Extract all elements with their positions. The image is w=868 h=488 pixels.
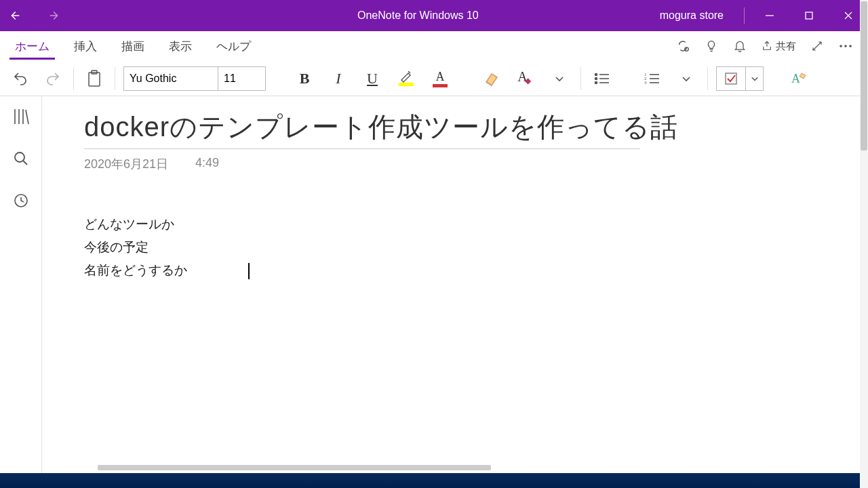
tab-home[interactable]: ホーム: [3, 31, 62, 61]
svg-text:A: A: [791, 72, 800, 85]
sync-icon: [675, 39, 690, 54]
svg-point-6: [844, 45, 847, 47]
tab-insert[interactable]: 挿入: [62, 31, 109, 61]
notebooks-button[interactable]: [10, 106, 32, 127]
svg-point-28: [15, 152, 24, 162]
font-size-input[interactable]: [218, 66, 266, 91]
share-icon: [761, 40, 773, 52]
clipboard-icon: [87, 70, 102, 87]
svg-rect-8: [89, 73, 100, 86]
recent-button[interactable]: [10, 190, 32, 211]
tab-help[interactable]: ヘルプ: [204, 31, 263, 61]
clipboard-button[interactable]: [82, 66, 106, 91]
redo-icon: [45, 70, 61, 87]
number-list-icon: 123: [644, 72, 660, 85]
search-button[interactable]: [10, 148, 32, 169]
font-color-button[interactable]: A: [427, 66, 453, 92]
forward-button[interactable]: [47, 8, 68, 23]
share-label: 共有: [776, 40, 796, 53]
text-cursor: [248, 263, 250, 279]
italic-button[interactable]: I: [326, 66, 351, 92]
chevron-down-icon: [555, 74, 564, 83]
svg-rect-1: [806, 12, 812, 19]
close-icon: [844, 12, 852, 20]
back-button[interactable]: [7, 8, 27, 23]
title-bar: OneNote for Windows 10 mogura store: [0, 0, 868, 31]
taskbar: [0, 473, 868, 488]
bullet-list-button[interactable]: [589, 66, 615, 92]
bold-button[interactable]: B: [292, 66, 317, 92]
svg-point-14: [595, 81, 597, 83]
svg-text:3: 3: [644, 80, 647, 85]
minimize-icon: [766, 12, 774, 20]
note-line[interactable]: 名前をどうするか: [84, 259, 826, 282]
undo-icon: [12, 70, 28, 87]
main-area: dockerのテンプレート作成ツールを作ってる話 2020年6月21日 4:49…: [0, 96, 868, 473]
todo-tag-button[interactable]: [716, 66, 746, 91]
eraser-icon: [484, 71, 500, 86]
format-painter-button[interactable]: A ◆: [513, 66, 538, 92]
note-date: 2020年6月21日: [84, 156, 168, 172]
bell-icon: [733, 39, 747, 53]
share-button[interactable]: 共有: [754, 31, 803, 61]
note-line[interactable]: 今後の予定: [84, 236, 826, 259]
arrow-right-icon: [47, 8, 62, 23]
scroll-thumb[interactable]: [861, 1, 867, 150]
svg-point-12: [595, 77, 597, 79]
svg-line-29: [23, 161, 27, 165]
chevron-down-icon: [682, 74, 691, 83]
svg-line-27: [26, 110, 28, 124]
note-line[interactable]: どんなツールか: [84, 213, 826, 236]
note-content[interactable]: dockerのテンプレート作成ツールを作ってる話 2020年6月21日 4:49…: [42, 96, 868, 473]
number-list-button[interactable]: 123: [639, 66, 665, 92]
more-button[interactable]: [831, 31, 860, 61]
notifications-button[interactable]: [726, 31, 754, 61]
checkbox-icon: [724, 72, 738, 85]
note-title[interactable]: dockerのテンプレート作成ツールを作ってる話: [84, 108, 826, 148]
clock-icon: [13, 192, 29, 209]
ribbon: B I U A A ◆ 123: [0, 61, 868, 96]
svg-point-5: [840, 45, 842, 47]
highlight-button[interactable]: [393, 66, 419, 92]
fullscreen-button[interactable]: [803, 31, 831, 61]
svg-rect-22: [726, 73, 736, 84]
tab-draw[interactable]: 描画: [109, 31, 157, 61]
arrow-left-icon: [7, 8, 22, 23]
styles-button[interactable]: A: [787, 66, 812, 92]
more-format-button[interactable]: [547, 66, 572, 92]
chevron-down-icon: [751, 75, 759, 83]
app-title: OneNote for Windows 10: [75, 9, 639, 22]
account-name[interactable]: mogura store: [639, 7, 745, 24]
tag-dropdown[interactable]: [746, 66, 764, 91]
vertical-scrollbar[interactable]: [860, 0, 868, 488]
maximize-button[interactable]: [789, 0, 829, 31]
lightbulb-icon: [705, 39, 718, 53]
redo-button[interactable]: [41, 66, 65, 91]
font-name-input[interactable]: [123, 66, 218, 91]
left-sidebar: [0, 96, 42, 473]
expand-icon: [811, 40, 823, 52]
library-icon: [13, 108, 29, 125]
svg-point-7: [849, 45, 852, 47]
ellipsis-icon: [839, 44, 852, 48]
horizontal-scrollbar[interactable]: [98, 465, 491, 470]
styles-icon: A: [791, 70, 808, 87]
highlighter-icon: [399, 70, 414, 83]
undo-button[interactable]: [8, 66, 33, 91]
tips-button[interactable]: [697, 31, 726, 61]
sync-button[interactable]: [669, 31, 697, 61]
menu-bar: ホーム 挿入 描画 表示 ヘルプ 共有: [0, 31, 868, 61]
svg-point-10: [595, 73, 597, 75]
underline-button[interactable]: U: [359, 66, 385, 92]
more-list-button[interactable]: [673, 66, 699, 92]
search-icon: [13, 150, 29, 167]
note-time: 4:49: [195, 156, 219, 172]
clear-formatting-button[interactable]: [479, 66, 505, 92]
bullet-list-icon: [594, 72, 610, 85]
tab-view[interactable]: 表示: [157, 31, 204, 61]
maximize-icon: [805, 12, 813, 20]
minimize-button[interactable]: [750, 0, 789, 31]
